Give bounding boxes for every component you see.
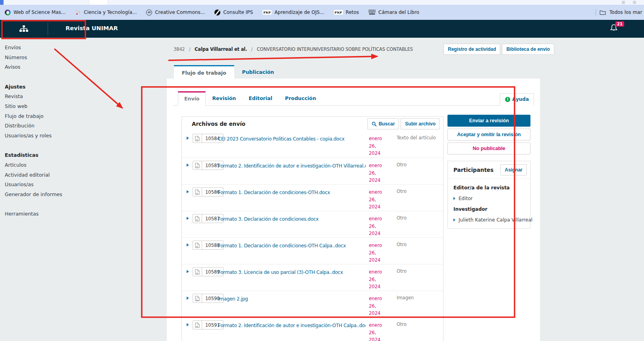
help-button[interactable]: i Ayuda xyxy=(500,93,534,106)
sidebar-nav: Envíos Números Avisos Ajustes Revista Si… xyxy=(5,43,96,219)
expand-caret-icon[interactable] xyxy=(453,218,455,222)
all-bookmarks-label: Todos los mar xyxy=(609,10,642,15)
bookmark-consulte-ips[interactable]: Consulte IPS xyxy=(214,10,253,15)
file-name-link[interactable]: CEI 2023 Conversatorio Politicas Contabl… xyxy=(218,136,366,142)
file-name-link[interactable]: Formato 3. Licencia de uso parcial (3)-O… xyxy=(218,270,366,275)
submission-authors: Calpa Villarreal et al. xyxy=(195,46,247,52)
tab-flujo-de-trabajo[interactable]: Flujo de trabajo xyxy=(174,65,234,80)
bookmark-aprendizaje-ojs[interactable]: PKP Aprendizaje de OJS... xyxy=(262,10,324,15)
decline-submission-button[interactable]: No publicable xyxy=(447,143,530,154)
sidebar-item-distribucion[interactable]: Distribución xyxy=(5,121,96,131)
all-bookmarks[interactable]: Todos los mar xyxy=(596,5,644,20)
bookmark-web-of-science[interactable]: Web of Science Mas... xyxy=(5,10,66,15)
expand-caret-icon[interactable] xyxy=(187,243,189,247)
file-row: w 10587 Formato 3. Declaración de condic… xyxy=(182,211,443,237)
files-header: Archivos de envío Buscar Subir archivo xyxy=(182,117,443,131)
expand-caret-icon[interactable] xyxy=(187,297,189,300)
file-type: Otro xyxy=(397,322,441,328)
file-date: enero 26, 2024 xyxy=(369,162,389,184)
journal-name[interactable]: Revista UNIMAR xyxy=(66,25,118,31)
file-type: Otro xyxy=(397,162,441,168)
files-panel-title: Archivos de envío xyxy=(192,121,245,127)
submission-files-panel: Archivos de envío Buscar Subir archivo w… xyxy=(181,116,443,341)
sidebar-item-numeros[interactable]: Números xyxy=(5,53,96,63)
sidebar-item-usuarios-roles[interactable]: Usuarios/as y roles xyxy=(5,131,96,141)
sidebar-item-generador-informes[interactable]: Generador de informes xyxy=(5,190,96,200)
file-date: enero 26, 2024 xyxy=(369,215,389,237)
stage-tab-envio[interactable]: Envío xyxy=(178,91,206,106)
web-of-science-icon xyxy=(5,10,11,15)
sidebar-item-revista[interactable]: Revista xyxy=(5,92,96,102)
bookmark-ciencia-tecnologia[interactable]: Ciencia y Tecnología... xyxy=(75,10,137,15)
word-file-icon: w xyxy=(193,241,202,249)
stage-tab-revision[interactable]: Revisión xyxy=(206,92,242,105)
svg-text:w: w xyxy=(196,271,198,274)
stage-tab-produccion[interactable]: Producción xyxy=(279,92,322,105)
svg-text:w: w xyxy=(196,245,198,247)
expand-caret-icon[interactable] xyxy=(453,197,455,200)
sidebar-item-envios[interactable]: Envíos xyxy=(5,43,96,53)
file-name-link[interactable]: Imagen 2.jpg xyxy=(218,296,366,302)
bookmark-retos[interactable]: PKP Retos xyxy=(334,10,359,15)
participant-role: Editor/a de la revista xyxy=(453,185,524,191)
expand-caret-icon[interactable] xyxy=(187,270,189,273)
tab-publicacion[interactable]: Publicación xyxy=(234,66,282,80)
word-file-icon: w xyxy=(193,161,202,170)
submission-library-button[interactable]: Biblioteca de envío xyxy=(502,44,554,55)
upload-file-button[interactable]: Subir archivo xyxy=(401,118,440,129)
file-name-link[interactable]: Formato 3. Declaración de condiciones.do… xyxy=(218,216,366,222)
sidebar-item-flujo-de-trabajo[interactable]: Flujo de trabajo xyxy=(5,112,96,121)
svg-text:w: w xyxy=(196,165,198,168)
assign-participant-button[interactable]: Asignar xyxy=(500,164,527,175)
sitemap-menu-button[interactable] xyxy=(10,20,38,38)
submission-title: CONVERSATORIO INTERUNIVERSITARIO SOBRE P… xyxy=(257,46,413,52)
globe-icon xyxy=(214,10,220,15)
file-type: Imagen xyxy=(397,295,441,301)
stage-tab-editorial[interactable]: Editorial xyxy=(242,92,279,105)
sidebar-section-ajustes: Ajustes xyxy=(5,82,96,92)
sidebar-item-actividad-editorial[interactable]: Actividad editorial xyxy=(5,170,96,180)
accept-skip-review-button[interactable]: Aceptar y omitir la revisión xyxy=(447,129,530,141)
expand-caret-icon[interactable] xyxy=(187,137,189,140)
sidebar-item-sitio-web[interactable]: Sitio web xyxy=(5,102,96,112)
file-name-link[interactable]: Formato 1. Declaración de condiciones-OT… xyxy=(218,243,366,249)
search-button[interactable]: Buscar xyxy=(367,118,399,129)
annotation-arrow-breadcrumb xyxy=(168,56,377,60)
bookmark-creative-commons[interactable]: cc Creative Commons... xyxy=(146,10,205,15)
file-date: enero 26, 2024 xyxy=(369,135,389,157)
file-name-link[interactable]: Formato 2. Identificación de autor e inv… xyxy=(218,163,366,169)
file-name-link[interactable]: Formato 1. Declaración de condiciones-OT… xyxy=(218,190,366,195)
pkp-icon: PKP xyxy=(262,10,272,15)
bookmark-label: Web of Science Mas... xyxy=(13,10,66,15)
bookmark-label: Creative Commons... xyxy=(155,10,205,15)
creative-commons-icon: cc xyxy=(146,10,152,15)
sidebar-item-usuarios[interactable]: Usuarios/as xyxy=(5,180,96,190)
participants-panel: Participantes Asignar Editor/a de la rev… xyxy=(447,161,530,229)
breadcrumb: 3842 / Calpa Villarreal et al. / CONVERS… xyxy=(174,46,413,52)
divider xyxy=(596,9,596,16)
expand-caret-icon[interactable] xyxy=(187,323,189,326)
activity-log-button[interactable]: Registro de actividad xyxy=(443,44,500,55)
bookmark-label: Retos xyxy=(346,10,359,15)
expand-caret-icon[interactable] xyxy=(187,164,189,167)
bookmark-camara-del-libro[interactable]: isbn Cámara del Libro xyxy=(368,10,419,15)
send-to-review-button[interactable]: Enviar a revisión xyxy=(447,115,530,127)
sidebar-item-articulos[interactable]: Artículos xyxy=(5,160,96,170)
sitemap-icon xyxy=(19,25,28,32)
word-file-icon: w xyxy=(193,214,202,223)
sidebar-item-avisos[interactable]: Avisos xyxy=(5,62,96,72)
file-date: enero 26, 2024 xyxy=(369,268,389,291)
word-file-icon: w xyxy=(193,268,202,276)
expand-caret-icon[interactable] xyxy=(187,190,189,193)
svg-text:w: w xyxy=(196,324,198,327)
bookmark-label: Ciencia y Tecnología... xyxy=(84,10,137,15)
expand-caret-icon[interactable] xyxy=(187,217,189,220)
search-icon xyxy=(372,121,377,127)
sidebar-item-herramientas[interactable]: Herramientas xyxy=(5,209,96,219)
file-name-link[interactable]: Formato 2. Identificación de autor e inv… xyxy=(218,323,366,328)
notifications-button[interactable]: 21 xyxy=(609,23,621,35)
participant-item[interactable]: Editor xyxy=(453,196,524,201)
page: Web of Science Mas... Ciencia y Tecnolog… xyxy=(0,0,644,341)
participant-item[interactable]: Julieth Katerine Calpa Villarreal xyxy=(453,217,524,223)
file-date: enero 26, 2024 xyxy=(369,322,389,341)
